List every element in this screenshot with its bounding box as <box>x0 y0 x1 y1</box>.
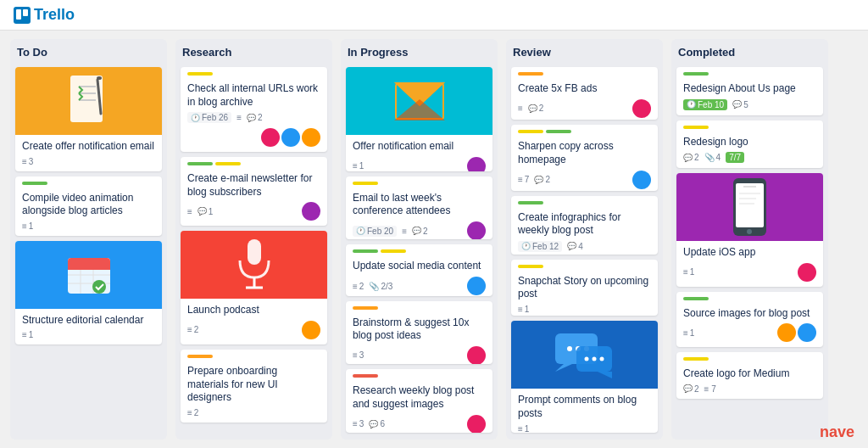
card-body: Create offer notification email≡ 3 <box>15 135 162 171</box>
clock-icon: 🕐 <box>521 242 531 250</box>
card[interactable]: Redesign logo💬 2📎 47/7 <box>676 120 823 169</box>
svg-marker-31 <box>598 372 612 378</box>
card[interactable]: Update social media content≡ 2📎 2/3 <box>346 244 492 295</box>
label-bar <box>353 306 378 310</box>
card-title: Research weekly blog post and suggest im… <box>353 384 486 411</box>
card-body: Create e-mail newsletter for blog subscr… <box>181 157 327 226</box>
comment-icon: 💬 <box>732 100 742 109</box>
card-meta: ≡ 1 <box>518 424 651 433</box>
avatar-group <box>467 157 486 171</box>
avatar-group <box>467 221 486 239</box>
card-title: Create 5x FB ads <box>518 82 651 96</box>
column-todo: To Do Create offer notification email≡ 3… <box>10 39 167 440</box>
card[interactable]: Brainstorm & suggest 10x blog post ideas… <box>346 301 492 365</box>
avatar <box>467 157 486 171</box>
meta-comments: 💬 2 <box>412 227 428 236</box>
meta-list-count: ≡ <box>518 104 523 113</box>
list-icon: ≡ <box>22 221 27 231</box>
meta-comments: 💬 5 <box>732 100 748 109</box>
label-bar <box>683 357 709 361</box>
avatar-group <box>777 323 816 342</box>
avatar-group <box>632 99 651 118</box>
card[interactable]: Redesign About Us page🕐 Feb 10💬 5 <box>676 67 823 115</box>
card-title: Prepare onboarding materials for new UI … <box>187 365 320 405</box>
card-body: Offer notification email≡ 1 <box>346 135 492 171</box>
svg-point-16 <box>92 280 106 294</box>
card[interactable]: Create infographics for weekly blog post… <box>511 196 658 255</box>
card-meta: ≡ 2 <box>187 408 320 417</box>
meta-list-count: ≡ 1 <box>518 424 529 433</box>
label-bar <box>546 130 571 133</box>
comment-icon: 💬 <box>369 420 378 428</box>
list-icon: ≡ <box>353 350 358 360</box>
label-row <box>518 130 651 137</box>
meta-comments: 💬 2 <box>683 384 699 394</box>
card[interactable]: Snapchat Story on upcoming post≡ 1 <box>511 260 658 316</box>
meta-list-count: ≡ 2 <box>353 282 364 291</box>
card[interactable]: Create e-mail newsletter for blog subscr… <box>181 157 327 226</box>
date-badge: 🕐 Feb 20 <box>353 226 397 237</box>
column-review: ReviewCreate 5x FB ads≡💬 2Sharpen copy a… <box>506 39 663 440</box>
card-meta: 🕐 Feb 10💬 5 <box>683 99 816 110</box>
board: To Do Create offer notification email≡ 3… <box>0 31 868 448</box>
card-title: Offer notification email <box>353 140 486 154</box>
card[interactable]: Offer notification email≡ 1 <box>346 67 492 171</box>
attachment-icon: 📎 <box>704 153 715 162</box>
list-icon: ≡ <box>518 104 523 113</box>
label-bar <box>187 355 213 358</box>
card[interactable]: Launch podcast≡ 2 <box>181 231 327 344</box>
card-body: Structure editorial calendar≡ 1 <box>15 309 162 345</box>
meta-list-count: ≡ 3 <box>353 419 364 428</box>
comment-icon: 💬 <box>683 384 693 393</box>
card-meta: ≡ 1 <box>683 263 816 282</box>
card-meta: 💬 2≡ 7 <box>683 384 816 394</box>
svg-point-37 <box>747 229 752 234</box>
card-title: Create offer notification email <box>22 140 155 154</box>
card-title: Compile video animation alongside blog a… <box>22 192 155 218</box>
card[interactable]: Source images for blog post≡ 1 <box>676 292 823 348</box>
card-title: Prompt comments on blog posts <box>518 394 651 420</box>
card-meta: 🕐 Feb 20≡💬 2 <box>353 221 486 239</box>
comment-icon: 💬 <box>567 242 576 250</box>
card[interactable]: Email to last week's conference attendee… <box>346 176 492 240</box>
card[interactable]: Sharpen copy across homepage≡ 7💬 2 <box>511 125 658 190</box>
meta-list-count: ≡ 2 <box>187 325 198 334</box>
list-icon: ≡ <box>353 161 358 171</box>
svg-point-33 <box>592 357 596 361</box>
card-body: Create infographics for weekly blog post… <box>511 196 658 255</box>
card-title: Snapchat Story on upcoming post <box>518 275 651 301</box>
card-title: Email to last week's conference attendee… <box>353 192 486 218</box>
avatar <box>302 202 320 221</box>
card-body: Source images for blog post≡ 1 <box>676 292 823 348</box>
card[interactable]: Check all internal URLs work in blog arc… <box>181 67 327 152</box>
meta-list-count: ≡ 1 <box>683 267 694 277</box>
card[interactable]: Create logo for Medium💬 2≡ 7 <box>676 352 823 399</box>
clock-icon: 🕐 <box>687 100 696 109</box>
card-title: Update iOS app <box>683 246 816 260</box>
card[interactable]: Create 5x FB ads≡💬 2 <box>511 67 658 120</box>
svg-marker-26 <box>555 364 572 372</box>
comment-icon: 💬 <box>534 176 543 184</box>
meta-list-count2: ≡ 7 <box>704 384 716 394</box>
card[interactable]: Create offer notification email≡ 3 <box>15 67 162 171</box>
list-icon: ≡ <box>187 207 192 216</box>
avatar <box>467 277 486 295</box>
card[interactable]: Update iOS app≡ 1 <box>676 173 823 287</box>
comment-icon: 💬 <box>198 207 207 216</box>
card[interactable]: Prompt comments on blog posts≡ 1 <box>511 321 658 433</box>
card[interactable]: Research weekly blog post and suggest im… <box>346 369 492 433</box>
card-meta: ≡💬 1 <box>187 202 320 221</box>
label-bar <box>22 182 47 185</box>
card-meta: ≡ 7💬 2 <box>518 171 651 189</box>
card-title: Create e-mail newsletter for blog subscr… <box>187 172 320 199</box>
card[interactable]: Compile video animation alongside blog a… <box>15 176 162 236</box>
svg-point-32 <box>584 357 588 361</box>
card-body: Redesign logo💬 2📎 47/7 <box>676 120 823 169</box>
label-row <box>353 249 486 256</box>
card[interactable]: Structure editorial calendar≡ 1 <box>15 241 162 345</box>
avatar-group <box>302 321 320 339</box>
comment-icon: 💬 <box>528 104 537 113</box>
card[interactable]: Prepare onboarding materials for new UI … <box>181 350 327 423</box>
avatar-group <box>798 263 816 282</box>
card-body: Create logo for Medium💬 2≡ 7 <box>676 352 823 399</box>
